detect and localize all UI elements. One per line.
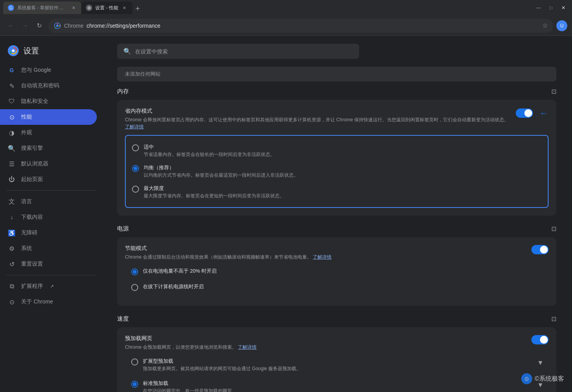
watermark-icon: ⊙ (521, 373, 532, 384)
radio-standard[interactable] (131, 381, 138, 388)
tab-1-close[interactable]: ✕ (70, 5, 77, 11)
radio-balanced[interactable] (132, 165, 139, 172)
radio-moderate[interactable] (132, 144, 139, 151)
speed-modes-group: 扩展型预加载 预加载更多网页。被其他网站请求的网页可能会通过 Google 服务… (125, 351, 549, 392)
maximize-button[interactable]: □ (545, 2, 556, 13)
radio-standard-label: 标准预加载 (143, 380, 232, 387)
speed-preload-toggle[interactable] (531, 335, 549, 344)
chrome-logo (8, 45, 19, 56)
svg-point-2 (12, 50, 15, 52)
memory-section-icon[interactable]: ⊡ (551, 88, 556, 95)
sidebar-label-reset: 重置设置 (21, 261, 43, 268)
radio-unplugged[interactable] (131, 284, 138, 291)
memory-mode-moderate-text: 适中 节省适量内存。标签页会在较长的一段时间后变为非活跃状态。 (144, 144, 275, 158)
radio-maximum[interactable] (132, 186, 139, 193)
empty-website-text: 未添加任何网站 (125, 71, 160, 77)
sidebar-item-google[interactable]: G 您与 Google (0, 62, 97, 78)
extensions-icon: ⧉ (8, 282, 16, 290)
search-section: 🔍 (117, 44, 556, 59)
sidebar-item-language[interactable]: 文 语言 (0, 194, 97, 209)
power-mode-battery[interactable]: 仅在电池电量不高于 20% 时开启 (125, 264, 549, 279)
window-controls: — □ ✕ (533, 2, 569, 13)
tab-1-icon: G (8, 5, 14, 11)
speed-preload-desc: Chrome 会预加载网页，以便您更快速地浏览和搜索。 了解详情 (125, 344, 257, 351)
sidebar-item-download[interactable]: ↓ 下载内容 (0, 209, 97, 225)
sidebar-item-about[interactable]: ⊙ 关于 Chrome (0, 294, 97, 310)
tab-1[interactable]: G 系统极客 - 掌握软件技能 ✕ (3, 2, 81, 14)
power-mode-unplugged[interactable]: 在拔下计算机电源线时开启 (125, 279, 549, 295)
sidebar-label-privacy: 隐私和安全 (21, 98, 48, 105)
search-input-wrap[interactable]: 🔍 (117, 44, 359, 59)
address-input-wrap[interactable]: Chrome chrome://settings/performance ☆ (48, 19, 553, 33)
speed-mode-extended[interactable]: 扩展型预加载 预加载更多网页。被其他网站请求的网页可能会通过 Google 服务… (125, 354, 549, 376)
radio-maximum-sub: 最大限度节省内存。标签页会在更短的一段时间后变为非活跃状态。 (144, 193, 284, 199)
memory-saving-title: 省内存模式 (125, 108, 510, 115)
radio-extended-label: 扩展型预加载 (143, 358, 301, 365)
download-icon: ↓ (8, 213, 16, 221)
close-button[interactable]: ✕ (558, 2, 569, 13)
startup-icon: ⏻ (8, 176, 16, 183)
sidebar-item-accessibility[interactable]: ♿ 无障碍 (0, 225, 97, 241)
power-saving-toggle[interactable] (531, 245, 549, 254)
power-section-title: 电源 (117, 225, 129, 232)
memory-mode-moderate[interactable]: 适中 节省适量内存。标签页会在较长的一段时间后变为非活跃状态。 (132, 140, 542, 161)
speed-preload-title: 预加载网页 (125, 335, 257, 342)
sidebar-item-search[interactable]: 🔍 搜索引擎 (0, 140, 97, 156)
power-section-icon[interactable]: ⊡ (551, 225, 556, 232)
sidebar-item-privacy[interactable]: 🛡 隐私和安全 (0, 94, 97, 109)
radio-extended[interactable] (131, 358, 138, 365)
reload-button[interactable]: ↻ (33, 20, 45, 32)
app-body: 设置 G 您与 Google ✎ 自动填充和密码 🛡 隐私和安全 ⊙ 性能 ◑ … (0, 36, 572, 392)
memory-mode-balanced[interactable]: 均衡（推荐） 以均衡的方式节省内存。标签页会在最适宜的一段时间后进入非活跃状态。 (132, 161, 542, 182)
sidebar-item-system[interactable]: ⚙ 系统 (0, 241, 97, 256)
browser-titlebar: G 系统极客 - 掌握软件技能 ✕ ⚙ 设置 - 性能 ✕ + — □ ✕ (0, 0, 572, 16)
memory-saving-toggle[interactable] (516, 108, 533, 118)
radio-battery[interactable] (131, 268, 138, 275)
speed-learn-more-link[interactable]: 了解详情 (238, 344, 257, 350)
toggle-thumb-power (540, 246, 548, 254)
search-input[interactable] (135, 48, 353, 55)
memory-saving-card: 省内存模式 Chrome 会释放闲置标签页占用的内存。这可让使用中的标签页和其他… (117, 100, 556, 216)
sidebar-label-language: 语言 (21, 198, 32, 205)
sidebar-item-browser[interactable]: ☰ 默认浏览器 (0, 156, 97, 172)
new-tab-button[interactable]: + (132, 3, 143, 14)
sidebar-label-extensions: 扩展程序 (21, 283, 43, 290)
sidebar-item-startup[interactable]: ⏻ 起始页面 (0, 172, 97, 187)
sidebar-item-extensions[interactable]: ⧉ 扩展程序 ↗ (0, 278, 97, 294)
memory-mode-maximum[interactable]: 最大限度 最大限度节省内存。标签页会在更短的一段时间后变为非活跃状态。 (132, 182, 542, 202)
minimize-button[interactable]: — (533, 2, 544, 13)
profile-avatar[interactable]: U (556, 20, 567, 31)
tab-2[interactable]: ⚙ 设置 - 性能 ✕ (81, 2, 132, 14)
sidebar-item-performance[interactable]: ⊙ 性能 (0, 109, 97, 125)
privacy-icon: 🛡 (8, 98, 16, 105)
chrome-icon (54, 22, 61, 29)
power-learn-more-link[interactable]: 了解详情 (313, 254, 331, 260)
sidebar-item-autofill[interactable]: ✎ 自动填充和密码 (0, 78, 97, 94)
chrome-brand: Chrome (64, 23, 84, 29)
speed-mode-standard[interactable]: 标准预加载 在您访问的网页中，有一些是预加载的网页 ▾ (125, 376, 549, 392)
sidebar-item-reset[interactable]: ↺ 重置设置 (0, 256, 97, 272)
forward-button[interactable]: → (19, 20, 31, 32)
speed-section-icon[interactable]: ⊡ (551, 315, 556, 323)
memory-mode-maximum-text: 最大限度 最大限度节省内存。标签页会在更短的一段时间后变为非活跃状态。 (144, 185, 284, 199)
sidebar: 设置 G 您与 Google ✎ 自动填充和密码 🛡 隐私和安全 ⊙ 性能 ◑ … (0, 36, 102, 392)
tab-2-close[interactable]: ✕ (121, 5, 128, 11)
memory-mode-balanced-text: 均衡（推荐） 以均衡的方式节省内存。标签页会在最适宜的一段时间后进入非活跃状态。 (144, 164, 298, 179)
memory-learn-more-link[interactable]: 了解详情 (125, 124, 144, 129)
main-content: 🔍 未添加任何网站 内存 ⊡ 省内存模式 Chrome 会释放闲置标签页占用的内… (102, 36, 572, 392)
sidebar-divider (6, 190, 95, 191)
radio-moderate-label: 适中 (144, 144, 275, 151)
power-saving-title: 节能模式 (125, 245, 331, 252)
watermark-text: ©系统极客 (535, 375, 564, 383)
speed-mode-extended-text: 扩展型预加载 预加载更多网页。被其他网站请求的网页可能会通过 Google 服务… (143, 358, 301, 372)
sidebar-item-appearance[interactable]: ◑ 外观 (0, 125, 97, 140)
radio-battery-label: 仅在电池电量不高于 20% 时开启 (143, 268, 217, 275)
extended-dropdown-btn[interactable]: ▾ (538, 358, 542, 367)
address-text[interactable]: chrome://settings/performance (87, 23, 539, 29)
memory-section-header: 内存 ⊡ (117, 88, 556, 95)
system-icon: ⚙ (8, 245, 16, 252)
speed-preload-card: 预加载网页 Chrome 会预加载网页，以便您更快速地浏览和搜索。 了解详情 (117, 327, 556, 392)
bookmark-icon[interactable]: ☆ (542, 22, 548, 29)
radio-moderate-sub: 节省适量内存。标签页会在较长的一段时间后变为非活跃状态。 (144, 151, 275, 158)
back-button[interactable]: ← (5, 20, 17, 32)
